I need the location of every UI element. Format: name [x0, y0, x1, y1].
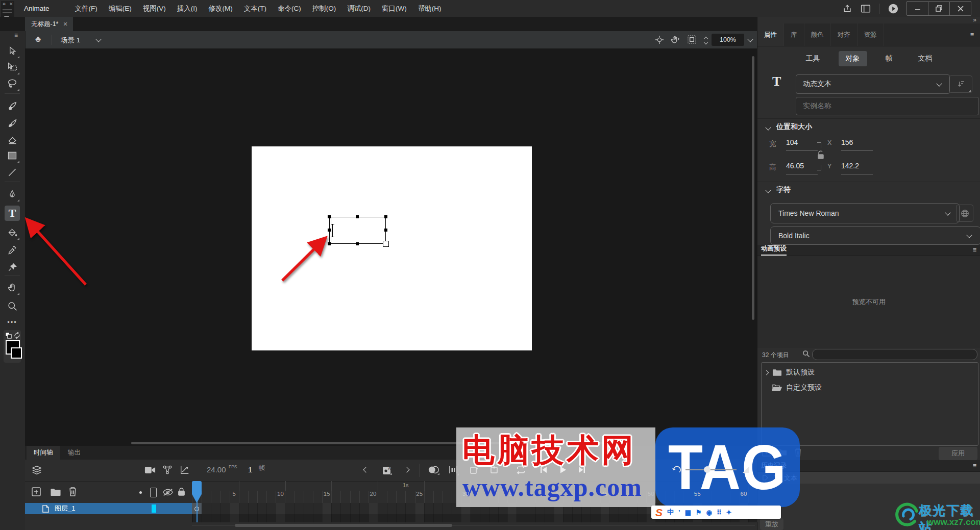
resize-handle-ne[interactable]: [384, 215, 387, 218]
reset-timeline-zoom-icon[interactable]: [672, 465, 681, 474]
ime-settings-icon[interactable]: ✦: [726, 509, 731, 516]
ime-skin-icon[interactable]: ⚑: [696, 509, 702, 516]
clip-content-icon[interactable]: [688, 35, 696, 44]
menu-item-edit[interactable]: 编辑(E): [103, 0, 137, 17]
minimize-icon[interactable]: [907, 2, 928, 15]
x-value[interactable]: 156: [841, 138, 873, 151]
subtab-tool[interactable]: 工具: [799, 51, 827, 66]
document-tab[interactable]: 无标题-1* ✕: [25, 17, 73, 31]
apply-preset-button[interactable]: 应用: [939, 447, 977, 460]
selection-tool[interactable]: [5, 43, 20, 59]
ime-keyboard-icon[interactable]: ▦: [685, 509, 691, 516]
menu-item-control[interactable]: 控制(O): [307, 0, 342, 17]
delete-layer-icon[interactable]: [68, 487, 77, 496]
timeline-zoom-knob[interactable]: [704, 466, 710, 473]
y-value[interactable]: 142.2: [841, 162, 873, 174]
camera-icon[interactable]: [144, 466, 156, 474]
scene-label[interactable]: 场景 1: [61, 36, 80, 45]
line-tool[interactable]: [5, 165, 20, 180]
subtab-frame[interactable]: 帧: [878, 51, 900, 66]
tab-timeline[interactable]: 时间轴: [27, 446, 60, 460]
rectangle-tool[interactable]: [5, 148, 20, 163]
swap-colors-icon[interactable]: [14, 332, 20, 339]
auto-keyframe-button[interactable]: A: [382, 465, 393, 475]
step-back-icon[interactable]: [540, 466, 548, 474]
step-forward-icon[interactable]: [578, 466, 586, 474]
tab-output[interactable]: 输出: [61, 446, 88, 460]
resize-handle-w[interactable]: [328, 229, 331, 232]
section-chevron-icon[interactable]: [765, 187, 771, 193]
current-frame-value[interactable]: 1: [248, 465, 252, 474]
fluid-brush-tool[interactable]: [5, 98, 20, 114]
width-value[interactable]: 104: [786, 138, 818, 151]
motion-presets-title[interactable]: 动画预设: [761, 244, 787, 256]
previous-keyframe-icon[interactable]: [363, 467, 369, 472]
asset-warp-tool[interactable]: [5, 260, 20, 275]
text-type-select[interactable]: 动态文本: [796, 74, 950, 94]
ime-smart-icon[interactable]: ◉: [706, 509, 712, 516]
subtab-document[interactable]: 文档: [911, 51, 940, 66]
eraser-tool[interactable]: [5, 132, 20, 147]
resize-handle-n[interactable]: [356, 215, 359, 218]
section-chevron-icon[interactable]: [765, 124, 771, 130]
height-value[interactable]: 46.05: [786, 162, 818, 174]
vertical-scrollbar[interactable]: [752, 56, 754, 320]
tab-color[interactable]: 颜色: [804, 23, 831, 46]
fps-value[interactable]: 24.00: [207, 465, 226, 474]
tab-assets[interactable]: 资源: [857, 23, 884, 46]
ime-toolbar[interactable]: S 中 ’ ▦ ⚑ ◉ ⠿ ✦: [651, 506, 781, 519]
loop-playback-icon[interactable]: [516, 465, 526, 475]
timeline-resize-icon[interactable]: [742, 466, 750, 473]
stroke-fill-mini-icon[interactable]: [5, 332, 13, 339]
layer-row[interactable]: 图层_1: [25, 503, 192, 514]
timeline-scrollbar[interactable]: [235, 524, 452, 527]
timeline-zoom-slider[interactable]: [685, 469, 737, 470]
panel-expand-icon[interactable]: »: [3, 1, 6, 7]
next-keyframe-icon[interactable]: [404, 467, 409, 472]
menu-item-text[interactable]: 文本(T): [238, 0, 272, 17]
lasso-tool[interactable]: [5, 76, 20, 91]
subtab-object[interactable]: 对象: [839, 51, 867, 66]
menu-item-file[interactable]: 文件(F): [69, 0, 103, 17]
hand-tool[interactable]: [5, 280, 20, 295]
resize-handle-sw[interactable]: [328, 242, 331, 245]
insert-frame-icon[interactable]: [490, 465, 499, 474]
outline-view-icon[interactable]: [150, 488, 157, 497]
history-menu-icon[interactable]: ≡: [973, 462, 976, 469]
panel-close-icon[interactable]: ✕: [9, 2, 13, 7]
stroke-color-swatch[interactable]: [11, 347, 22, 359]
close-window-icon[interactable]: [950, 2, 971, 15]
resize-handle-s[interactable]: [356, 242, 359, 245]
hide-layers-icon[interactable]: [162, 488, 174, 497]
test-movie-icon[interactable]: [888, 3, 899, 14]
layer-name[interactable]: 图层_1: [55, 504, 75, 513]
menu-item-help[interactable]: 帮助(H): [412, 0, 447, 17]
preset-folder-default[interactable]: 默认预设: [762, 365, 978, 380]
menu-item-modify[interactable]: 修改(M): [203, 0, 238, 17]
presets-menu-icon[interactable]: ≡: [973, 246, 976, 254]
font-family-select[interactable]: Times New Roman: [770, 203, 960, 223]
menu-item-view[interactable]: 视图(V): [137, 0, 172, 17]
ime-punctuation-icon[interactable]: ’: [678, 509, 680, 516]
scene-chevron-down-icon[interactable]: [95, 36, 101, 42]
zoom-tool[interactable]: [5, 298, 20, 314]
share-icon[interactable]: [842, 4, 852, 14]
global-font-button[interactable]: [956, 205, 973, 222]
menu-item-command[interactable]: 命令(C): [272, 0, 307, 17]
menu-item-window[interactable]: 窗口(W): [376, 0, 412, 17]
preset-folder-custom[interactable]: 自定义预设: [762, 380, 978, 395]
tab-align[interactable]: 对齐: [831, 23, 857, 46]
tab-library[interactable]: 库: [784, 23, 804, 46]
classic-brush-tool[interactable]: [5, 116, 20, 131]
stage[interactable]: [252, 146, 532, 350]
ime-grid-icon[interactable]: ⠿: [717, 509, 722, 516]
eyedropper-tool[interactable]: [5, 243, 20, 258]
layer-parenting-icon[interactable]: [162, 465, 173, 475]
expand-chevron-icon[interactable]: [764, 370, 769, 375]
instance-name-input[interactable]: 实例名称: [796, 97, 979, 115]
onion-skin-button[interactable]: [428, 465, 440, 475]
insert-keyframe-icon[interactable]: [470, 465, 479, 474]
ime-mode-chinese[interactable]: 中: [667, 508, 674, 517]
app-menu-animate[interactable]: Animate: [18, 0, 55, 17]
resize-handle-nw[interactable]: [328, 215, 331, 218]
